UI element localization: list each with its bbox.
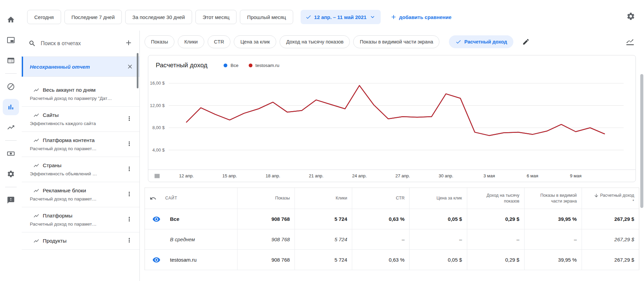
- search-input[interactable]: [41, 40, 120, 47]
- preset-last-month-button[interactable]: Прошлый месяц: [240, 10, 293, 24]
- visibility-eye-icon[interactable]: [152, 256, 160, 264]
- cell-rpm: 0,29 $: [467, 209, 524, 229]
- chip-estimated-revenue[interactable]: Расчетный доход: [449, 35, 513, 48]
- report-subtitle: Эффективность объявлений …: [30, 171, 123, 176]
- table-header-row: САЙТ Показы Клики CTR Цена за клик Доход…: [145, 188, 639, 209]
- cell-clicks: 5 724: [295, 229, 352, 249]
- report-item-sites[interactable]: Сайты Эффективность каждого сайта: [22, 107, 139, 132]
- cell-ctr: 0,63 %: [352, 209, 409, 229]
- new-report-plus-icon[interactable]: [125, 39, 133, 48]
- preset-last-30-days-button[interactable]: За последние 30 дней: [125, 10, 192, 24]
- cell-viewable: 39,95 %: [524, 250, 582, 270]
- x-axis-label: 21 апр.: [309, 173, 323, 178]
- legend-item[interactable]: Все: [224, 63, 238, 68]
- report-item-ad-units[interactable]: Рекламные блоки Расчетный доход по парам…: [22, 182, 139, 207]
- chart-table-menu-icon[interactable]: [154, 173, 160, 179]
- right-column: Сегодня Последние 7 дней За последние 30…: [22, 0, 644, 281]
- x-axis-label: 18 апр.: [266, 173, 280, 178]
- report-title: Весь аккаунт по дням: [43, 87, 96, 93]
- undo-icon[interactable]: [150, 195, 156, 202]
- preset-this-month-button[interactable]: Этот месяц: [195, 10, 236, 24]
- chart-display-toggle-icon[interactable]: [626, 37, 634, 46]
- current-report-item[interactable]: Несохраненный отчет: [22, 56, 139, 77]
- site-name: testosam.ru: [170, 257, 196, 263]
- cell-rpm: –: [467, 229, 524, 249]
- report-title: Страны: [43, 162, 61, 169]
- header-clicks[interactable]: Клики: [295, 188, 352, 209]
- cell-viewable: –: [524, 229, 582, 249]
- report-subtitle: Расчетный доход по параметру "Дат…: [30, 96, 123, 101]
- report-item-content-platform[interactable]: Платформа контента Расчетный доход по па…: [22, 132, 139, 157]
- preset-last-7-days-button[interactable]: Последние 7 дней: [64, 10, 122, 24]
- kebab-menu-icon[interactable]: [126, 191, 133, 199]
- sites-icon[interactable]: [3, 52, 19, 69]
- add-comparison-button[interactable]: добавить сравнение: [390, 14, 452, 20]
- cell-cpc: –: [409, 229, 467, 249]
- legend-item[interactable]: testosam.ru: [249, 63, 280, 68]
- report-title: Платформы: [43, 213, 72, 219]
- sidebar-scrollbar[interactable]: [137, 53, 138, 88]
- header-viewable[interactable]: Показы в видимой части экрана: [524, 188, 582, 209]
- legend-dot: [224, 64, 227, 67]
- blocking-controls-icon[interactable]: [3, 78, 19, 95]
- x-axis-label: 3 мая: [484, 173, 495, 178]
- kebab-menu-icon[interactable]: [126, 115, 133, 123]
- close-icon[interactable]: [127, 63, 133, 70]
- kebab-menu-icon[interactable]: [126, 237, 133, 245]
- cell-impressions: 908 768: [237, 229, 295, 249]
- svg-text:4,00 $: 4,00 $: [152, 147, 165, 153]
- svg-text:8,00 $: 8,00 $: [152, 125, 165, 130]
- report-item-platforms[interactable]: Платформы Расчетный доход по парамет…: [22, 207, 139, 232]
- report-chart-icon: [33, 188, 39, 194]
- chip-clicks[interactable]: Клики: [178, 35, 204, 48]
- cell-impressions: 908 768: [237, 250, 295, 270]
- main-scrollbar[interactable]: [640, 74, 643, 208]
- chip-cpc[interactable]: Цена за клик: [234, 35, 276, 48]
- chip-impressions[interactable]: Показы: [145, 35, 174, 48]
- sort-descending-icon: [594, 193, 599, 198]
- chart-plot: 16,00 $12,00 $8,00 $4,00 $: [148, 71, 636, 170]
- report-list: Весь аккаунт по дням Расчетный доход по …: [22, 82, 139, 250]
- cell-revenue: 267,29 $: [582, 250, 639, 270]
- header-cpc[interactable]: Цена за клик: [409, 188, 467, 209]
- edit-metrics-pencil-icon[interactable]: [522, 38, 530, 46]
- report-item-products[interactable]: Продукты: [22, 232, 139, 250]
- ads-icon[interactable]: [3, 32, 19, 48]
- table-row-site[interactable]: testosam.ru 908 768 5 724 0,63 % 0,05 $ …: [145, 250, 639, 270]
- table-row-all[interactable]: Все 908 768 5 724 0,63 % 0,05 $ 0,29 $ 3…: [145, 209, 639, 229]
- chip-viewable-impressions[interactable]: Показы в видимой части экрана: [353, 35, 439, 48]
- chip-label: Расчетный доход: [464, 39, 507, 45]
- x-axis-band: 12 апр.15 апр.18 апр.21 апр.24 апр.27 ап…: [148, 170, 636, 182]
- report-item-countries[interactable]: Страны Эффективность объявлений …: [22, 157, 139, 182]
- preset-today-button[interactable]: Сегодня: [27, 10, 61, 24]
- chip-ctr[interactable]: CTR: [208, 35, 231, 48]
- visibility-eye-icon[interactable]: [152, 215, 160, 223]
- date-range-selector[interactable]: 12 апр. – 11 май 2021: [301, 10, 381, 24]
- report-subtitle: Расчетный доход по парамет…: [30, 196, 123, 201]
- header-ctr[interactable]: CTR: [352, 188, 409, 209]
- payments-icon[interactable]: [3, 145, 19, 162]
- optimization-icon[interactable]: [3, 119, 19, 136]
- header-estimated-revenue[interactable]: Расчетный доход *: [582, 188, 639, 209]
- reports-icon[interactable]: [3, 99, 19, 115]
- header-impressions[interactable]: Показы: [237, 188, 295, 209]
- report-item-account-by-day[interactable]: Весь аккаунт по дням Расчетный доход по …: [22, 82, 139, 107]
- kebab-menu-icon[interactable]: [126, 165, 133, 174]
- cell-revenue: 267,29 $: [582, 209, 639, 229]
- cell-clicks: 5 724: [295, 209, 352, 229]
- report-settings-gear-icon[interactable]: [626, 12, 635, 22]
- header-site[interactable]: САЙТ: [145, 188, 237, 209]
- report-chart-icon: [33, 213, 39, 219]
- kebab-menu-icon[interactable]: [126, 140, 133, 148]
- chip-rpm[interactable]: Доход на тысячу показов: [280, 35, 350, 48]
- adsense-reports-app: Сегодня Последние 7 дней За последние 30…: [0, 0, 644, 281]
- feedback-icon[interactable]: [3, 192, 19, 208]
- settings-icon[interactable]: [3, 166, 19, 182]
- header-rpm[interactable]: Доход на тысячу показов: [467, 188, 524, 209]
- report-subtitle: Эффективность каждого сайта: [30, 121, 123, 126]
- x-axis-label: 24 апр.: [352, 173, 367, 178]
- rail-divider: [5, 140, 17, 141]
- svg-text:12,00 $: 12,00 $: [150, 103, 165, 108]
- home-icon[interactable]: [3, 12, 19, 28]
- kebab-menu-icon[interactable]: [126, 216, 133, 224]
